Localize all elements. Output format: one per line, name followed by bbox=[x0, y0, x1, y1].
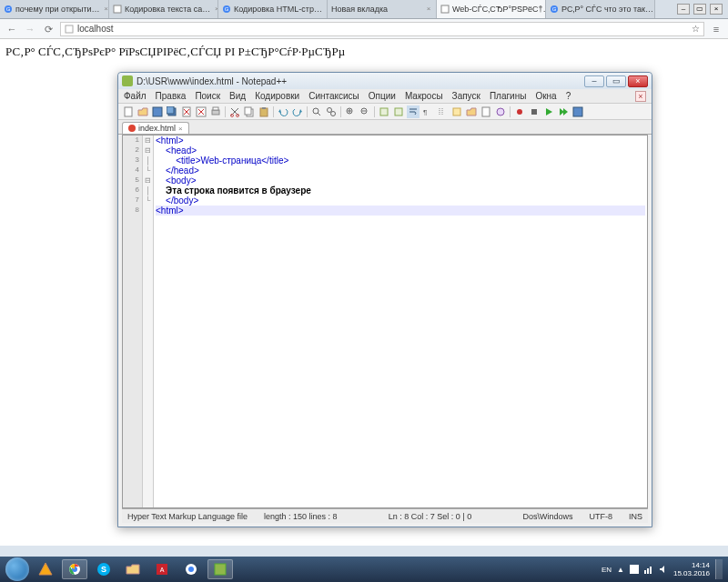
taskbar-chrome2-icon[interactable] bbox=[178, 559, 204, 579]
fold-box-icon[interactable]: ⊟ bbox=[143, 176, 153, 186]
save-macro-icon[interactable] bbox=[571, 105, 584, 118]
cut-icon[interactable] bbox=[228, 105, 241, 118]
tab-close-icon[interactable]: × bbox=[103, 5, 109, 13]
browser-tab-1[interactable]: Кодировка текста са… × bbox=[109, 0, 218, 18]
taskbar-aimp-icon[interactable] bbox=[33, 559, 58, 579]
browser-tab-0[interactable]: G почему при открыти… × bbox=[0, 0, 109, 18]
menu-window[interactable]: Окна bbox=[535, 91, 556, 101]
show-chars-icon[interactable]: ¶ bbox=[421, 105, 434, 118]
menu-language[interactable]: Синтаксисы bbox=[308, 91, 359, 101]
notepad-editor[interactable]: 1 2 3 4 5 6 7 8 ⊟ ⊟ │ └ ⊟ │ └ <html> bbox=[122, 135, 648, 508]
taskbar-acrobat-icon[interactable]: A bbox=[149, 559, 175, 579]
fold-box-icon[interactable]: ⊟ bbox=[143, 135, 153, 146]
funclist-icon[interactable] bbox=[494, 105, 507, 118]
zoom-out-icon[interactable] bbox=[359, 105, 371, 118]
play-multi-icon[interactable] bbox=[557, 105, 570, 118]
menu-search[interactable]: Поиск bbox=[195, 91, 220, 101]
reload-button[interactable]: ⟳ bbox=[42, 23, 55, 35]
play-macro-icon[interactable] bbox=[542, 105, 555, 118]
close-doc-button[interactable]: × bbox=[635, 91, 646, 102]
new-file-icon[interactable] bbox=[122, 105, 135, 118]
redo-icon[interactable] bbox=[291, 105, 304, 118]
taskbar-notepadpp-icon[interactable] bbox=[207, 559, 233, 579]
menu-run[interactable]: Запуск bbox=[452, 91, 480, 101]
save-all-icon[interactable] bbox=[166, 105, 178, 118]
save-icon[interactable] bbox=[151, 105, 164, 118]
menu-settings[interactable]: Опции bbox=[369, 91, 396, 101]
svg-line-30 bbox=[318, 113, 320, 115]
menu-button[interactable]: ≡ bbox=[710, 23, 723, 35]
show-desktop-button[interactable] bbox=[715, 559, 723, 579]
taskbar-chrome-icon[interactable] bbox=[62, 559, 87, 579]
tray-clock[interactable]: 14:14 15.03.2016 bbox=[673, 561, 710, 577]
zoom-in-icon[interactable] bbox=[344, 105, 357, 118]
browser-tab-3[interactable]: Новая вкладка × bbox=[328, 0, 437, 18]
taskbar-explorer-icon[interactable] bbox=[120, 559, 146, 579]
browser-tab-5[interactable]: G РС‚Р° СЃС что это так… × bbox=[546, 0, 655, 18]
stop-macro-icon[interactable] bbox=[528, 105, 541, 118]
npp-minimize-button[interactable]: – bbox=[584, 75, 604, 87]
indent-guide-icon[interactable] bbox=[436, 105, 449, 118]
minimize-button[interactable]: – bbox=[677, 4, 690, 15]
tray-network-icon[interactable] bbox=[644, 565, 653, 574]
menu-edit[interactable]: Правка bbox=[156, 91, 187, 101]
npp-close-button[interactable]: × bbox=[628, 75, 648, 87]
start-button[interactable] bbox=[5, 557, 29, 581]
replace-icon[interactable] bbox=[325, 105, 338, 118]
filetab-close-icon[interactable]: × bbox=[178, 125, 183, 133]
menu-plugins[interactable]: Плагины bbox=[490, 91, 527, 101]
back-button[interactable]: ← bbox=[5, 23, 18, 35]
tab-close-icon[interactable]: × bbox=[425, 5, 432, 13]
bookmark-star-icon[interactable]: ☆ bbox=[692, 24, 700, 34]
browser-tab-4[interactable]: Web-СЃС‚СЂР°РЅРёС†… × bbox=[437, 0, 546, 18]
status-language: Hyper Text Markup Language file bbox=[127, 512, 248, 521]
tray-flag-icon[interactable] bbox=[630, 565, 639, 574]
code-area[interactable]: <html> <head> <title>Web-страница</title… bbox=[154, 135, 647, 507]
taskbar-skype-icon[interactable]: S bbox=[91, 559, 116, 579]
svg-text:G: G bbox=[225, 6, 229, 12]
menu-file[interactable]: Файл bbox=[124, 91, 147, 101]
svg-rect-5 bbox=[441, 5, 449, 13]
copy-icon[interactable] bbox=[243, 105, 256, 118]
print-icon[interactable] bbox=[209, 105, 222, 118]
notepad-titlebar[interactable]: D:\USR\www\index.html - Notepad++ – ▭ × bbox=[118, 73, 652, 89]
tray-volume-icon[interactable] bbox=[659, 565, 668, 574]
tab-label: Новая вкладка bbox=[331, 5, 388, 14]
close-all-icon[interactable] bbox=[195, 105, 207, 118]
wordwrap-icon[interactable] bbox=[407, 105, 420, 118]
google-icon: G bbox=[222, 5, 231, 14]
userlang-icon[interactable] bbox=[450, 105, 463, 118]
menu-view[interactable]: Вид bbox=[229, 91, 246, 101]
fold-box-icon[interactable]: ⊟ bbox=[143, 146, 153, 156]
undo-icon[interactable] bbox=[277, 105, 289, 118]
svg-rect-28 bbox=[262, 107, 266, 109]
sync-v-icon[interactable] bbox=[378, 105, 390, 118]
forward-button[interactable]: → bbox=[24, 23, 36, 35]
find-icon[interactable] bbox=[310, 105, 323, 118]
menu-macro[interactable]: Макросы bbox=[405, 91, 443, 101]
record-macro-icon[interactable] bbox=[513, 105, 526, 118]
sync-h-icon[interactable] bbox=[392, 105, 405, 118]
browser-tab-2[interactable]: G Кодировка HTML-стр… × bbox=[218, 0, 328, 18]
svg-rect-27 bbox=[260, 108, 268, 116]
folder-icon[interactable] bbox=[465, 105, 478, 118]
open-file-icon[interactable] bbox=[136, 105, 149, 118]
svg-rect-60 bbox=[647, 568, 649, 574]
paste-icon[interactable] bbox=[258, 105, 270, 118]
status-encoding: UTF-8 bbox=[589, 512, 612, 521]
tray-lang[interactable]: EN bbox=[602, 566, 612, 574]
menu-encoding[interactable]: Кодировки bbox=[255, 91, 299, 101]
tray-up-icon[interactable]: ▲ bbox=[617, 566, 624, 574]
docmap-icon[interactable] bbox=[480, 105, 492, 118]
maximize-button[interactable]: ▭ bbox=[693, 4, 706, 15]
url-bar[interactable]: localhost ☆ bbox=[60, 22, 704, 36]
svg-point-31 bbox=[328, 107, 332, 112]
menu-help[interactable]: ? bbox=[566, 91, 571, 101]
line-number-gutter: 1 2 3 4 5 6 7 8 bbox=[123, 135, 143, 507]
npp-maximize-button[interactable]: ▭ bbox=[606, 75, 626, 87]
filetab-index[interactable]: index.html × bbox=[122, 122, 189, 134]
close-icon[interactable] bbox=[180, 105, 193, 118]
svg-point-23 bbox=[231, 114, 234, 116]
status-length: length : 150 lines : 8 bbox=[264, 512, 338, 521]
close-button[interactable]: × bbox=[710, 4, 723, 15]
